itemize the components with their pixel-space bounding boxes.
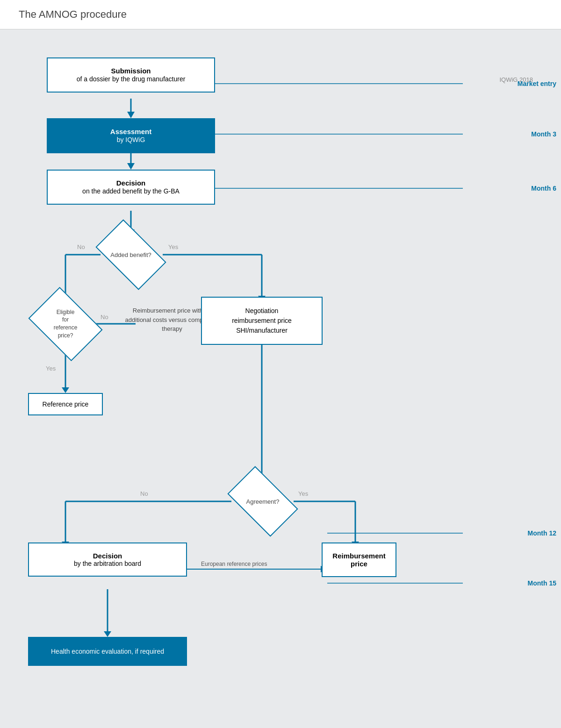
title-bar: The AMNOG procedure <box>0 0 561 29</box>
health-eco-box: Health economic evaluation, if required <box>28 637 187 666</box>
svg-text:No: No <box>140 490 148 497</box>
svg-text:European reference prices: European reference prices <box>201 561 267 567</box>
diagram-area: No Yes Yes No No <box>0 29 561 67</box>
added-benefit-label: Added benefit? <box>110 251 151 258</box>
submission-title: Submission <box>57 67 205 75</box>
svg-text:Yes: Yes <box>168 243 179 250</box>
market-entry-label: Market entry <box>505 80 561 87</box>
svg-marker-15 <box>62 387 69 393</box>
svg-text:No: No <box>101 314 108 321</box>
svg-text:Yes: Yes <box>298 490 309 497</box>
svg-marker-30 <box>104 631 111 637</box>
negotiation-box: Negotiationreimbursement price SHI/manuf… <box>201 297 323 345</box>
submission-box: Submission of a dossier by the drug manu… <box>47 57 215 93</box>
negotiation-label: Negotiationreimbursement price SHI/manuf… <box>232 307 292 334</box>
decision-arbitration-title: Decision <box>38 552 177 560</box>
month15-label: Month 15 <box>505 579 561 587</box>
assessment-box: Assessment by IQWiG <box>47 118 215 153</box>
agreement-label: Agreement? <box>246 498 280 505</box>
agreement-diamond: Agreement? <box>232 482 293 521</box>
decision-gba-box: Decision on the added benefit by the G-B… <box>47 170 215 205</box>
submission-sub: of a dossier by the drug manufacturer <box>77 75 186 83</box>
decision-gba-sub: on the added benefit by the G-BA <box>82 187 180 195</box>
assessment-title: Assessment <box>57 128 205 136</box>
svg-marker-3 <box>127 163 135 170</box>
reimbursement-price-title: Reimbursementprice <box>330 552 388 568</box>
page-title: The AMNOG procedure <box>19 8 542 21</box>
svg-text:No: No <box>77 243 85 250</box>
month12-label: Month 12 <box>505 529 561 537</box>
eligible-ref-label: Eligiblefor referenceprice? <box>54 309 78 339</box>
decision-gba-title: Decision <box>57 179 205 187</box>
reimbursement-price-box: Reimbursementprice <box>322 542 396 577</box>
month3-label: Month 3 <box>505 130 561 138</box>
eligible-ref-diamond: Eligiblefor referenceprice? <box>35 302 96 346</box>
svg-text:Yes: Yes <box>46 365 56 372</box>
added-benefit-diamond: Added benefit? <box>101 235 161 274</box>
health-eco-label: Health economic evaluation, if required <box>51 648 164 655</box>
decision-arbitration-box: Decision by the arbitration board <box>28 542 187 577</box>
month6-label: Month 6 <box>505 185 561 192</box>
svg-marker-1 <box>127 112 135 118</box>
page-container: The AMNOG procedure No Yes <box>0 0 561 728</box>
reference-price-label: Reference price <box>43 400 89 408</box>
reference-price-box: Reference price <box>28 393 103 415</box>
decision-arbitration-sub: by the arbitration board <box>38 560 177 567</box>
assessment-sub: by IQWiG <box>117 136 145 143</box>
